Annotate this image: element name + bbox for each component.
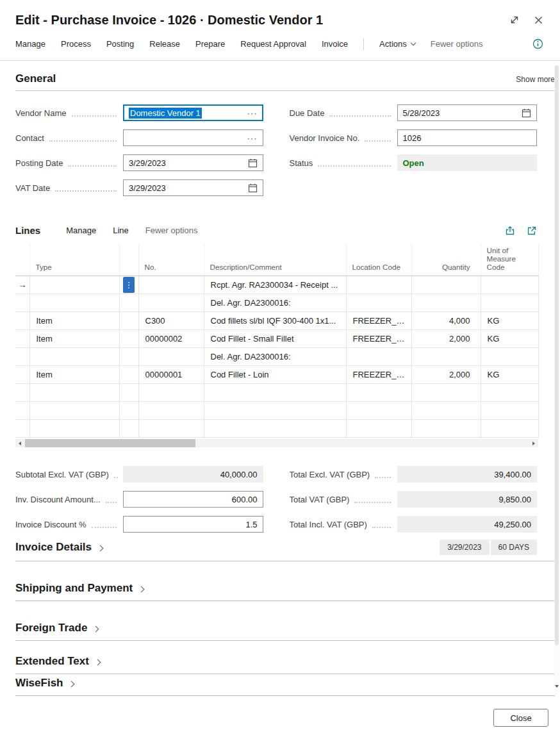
- cell-description[interactable]: Cod Fillet - Loin: [204, 366, 346, 384]
- cell-quantity[interactable]: 2,000: [411, 330, 481, 348]
- cell-type[interactable]: [29, 294, 119, 312]
- cell-no[interactable]: [138, 348, 204, 366]
- menu-actions[interactable]: Actions: [379, 39, 415, 49]
- fasttab-shipping-and-payment[interactable]: Shipping and Payment: [15, 582, 555, 601]
- cell-quantity[interactable]: [411, 276, 481, 294]
- row-selector-cell[interactable]: [15, 312, 29, 330]
- calendar-icon[interactable]: [248, 158, 258, 168]
- cell-no[interactable]: [138, 402, 204, 420]
- cell-location[interactable]: FREEZER_01: [346, 330, 411, 348]
- horizontal-scrollbar[interactable]: [15, 439, 538, 447]
- cell-description[interactable]: Cod Fillet - Small Fillet: [204, 330, 346, 348]
- menu-process[interactable]: Process: [61, 39, 91, 49]
- row-selector-cell[interactable]: [15, 294, 29, 312]
- cell-quantity[interactable]: [411, 420, 481, 438]
- cell-location[interactable]: [346, 420, 411, 438]
- calendar-icon[interactable]: [522, 108, 531, 118]
- cell-no[interactable]: [138, 276, 204, 294]
- cell-type[interactable]: Item: [29, 312, 119, 330]
- col-description[interactable]: Description/Comment: [204, 244, 346, 276]
- general-heading[interactable]: General: [15, 72, 56, 85]
- cell-location[interactable]: [346, 348, 411, 366]
- cell-type[interactable]: [29, 276, 119, 294]
- lines-menu-manage[interactable]: Manage: [66, 226, 96, 235]
- cell-type[interactable]: [29, 402, 119, 420]
- row-selector-cell[interactable]: [15, 420, 29, 438]
- scroll-left-arrow[interactable]: [15, 439, 24, 447]
- cell-description[interactable]: [204, 420, 346, 438]
- vendor-name-input[interactable]: Domestic Vendor 1 ···: [123, 104, 263, 121]
- cell-description[interactable]: Cod fillets sl/bl IQF 300-400 1x1...: [204, 312, 346, 330]
- cell-description[interactable]: [204, 402, 346, 420]
- row-selector-cell[interactable]: [15, 330, 29, 348]
- hscroll-thumb[interactable]: [25, 439, 195, 447]
- cell-location[interactable]: [346, 276, 411, 294]
- vscroll-thumb[interactable]: [555, 65, 559, 645]
- contact-input[interactable]: ···: [123, 129, 263, 146]
- cell-no[interactable]: [138, 384, 204, 402]
- cell-location[interactable]: [346, 402, 411, 420]
- col-quantity[interactable]: Quantity: [411, 244, 481, 276]
- cell-quantity[interactable]: [411, 348, 481, 366]
- vat-date-input[interactable]: 3/29/2023: [123, 179, 263, 196]
- menu-manage[interactable]: Manage: [15, 39, 45, 49]
- lookup-ellipsis-icon[interactable]: ···: [247, 109, 258, 117]
- cell-no[interactable]: 00000002: [138, 330, 204, 348]
- cell-description[interactable]: Rcpt. Agr. RA2300034 - Receipt ...: [204, 276, 346, 294]
- scroll-down-arrow[interactable]: [555, 685, 559, 690]
- menu-release[interactable]: Release: [149, 39, 180, 49]
- lines-heading[interactable]: Lines: [15, 225, 40, 236]
- menu-fewer-options[interactable]: Fewer options: [431, 39, 483, 49]
- menu-invoice[interactable]: Invoice: [322, 39, 348, 49]
- calendar-icon[interactable]: [248, 183, 258, 193]
- cell-uom[interactable]: KG: [481, 330, 538, 348]
- cell-no[interactable]: [138, 294, 204, 312]
- row-selector-cell[interactable]: [15, 348, 29, 366]
- fasttab-extended-text[interactable]: Extended Text: [15, 655, 555, 674]
- fasttab-foreign-trade[interactable]: Foreign Trade: [15, 622, 555, 641]
- row-selector-cell[interactable]: →: [15, 276, 29, 294]
- cell-location[interactable]: FREEZER_01: [346, 366, 411, 384]
- col-type[interactable]: Type: [29, 244, 119, 276]
- menu-posting[interactable]: Posting: [106, 39, 134, 49]
- vertical-scrollbar[interactable]: [554, 64, 560, 692]
- cell-quantity[interactable]: 2,000: [411, 366, 481, 384]
- row-selector-cell[interactable]: [15, 402, 29, 420]
- col-uom[interactable]: Unit of Measure Code: [481, 244, 538, 276]
- cell-uom[interactable]: KG: [481, 312, 538, 330]
- cell-uom[interactable]: [481, 294, 538, 312]
- cell-uom[interactable]: KG: [481, 366, 538, 384]
- cell-uom[interactable]: [481, 348, 538, 366]
- cell-uom[interactable]: [481, 276, 538, 294]
- scroll-right-arrow[interactable]: [529, 439, 538, 447]
- vendor-invoice-no-input[interactable]: 1026: [397, 129, 538, 146]
- menu-request-approval[interactable]: Request Approval: [240, 39, 306, 49]
- lookup-ellipsis-icon[interactable]: ···: [247, 134, 258, 142]
- cell-type[interactable]: [29, 348, 119, 366]
- share-icon[interactable]: [505, 226, 515, 236]
- cell-type[interactable]: [29, 384, 119, 402]
- cell-description[interactable]: Del. Agr. DA2300016:: [204, 348, 346, 366]
- cell-quantity[interactable]: [411, 384, 481, 402]
- cell-quantity[interactable]: 4,000: [411, 312, 481, 330]
- col-no[interactable]: No.: [138, 244, 204, 276]
- menu-prepare[interactable]: Prepare: [195, 39, 225, 49]
- lines-menu-fewer-options[interactable]: Fewer options: [145, 226, 198, 235]
- cell-no[interactable]: C300: [138, 312, 204, 330]
- due-date-input[interactable]: 5/28/2023: [397, 104, 538, 121]
- invoice-discount-pct-input[interactable]: 1.5: [123, 516, 263, 533]
- cell-uom[interactable]: [481, 420, 538, 438]
- fasttab-invoice-details[interactable]: Invoice Details 3/29/2023 60 DAYS: [15, 540, 555, 561]
- row-selector-cell[interactable]: [15, 366, 29, 384]
- col-location[interactable]: Location Code: [346, 244, 411, 276]
- cell-location[interactable]: [346, 384, 411, 402]
- lines-menu-line[interactable]: Line: [113, 226, 129, 235]
- show-more-link[interactable]: Show more: [516, 75, 555, 84]
- posting-date-input[interactable]: 3/29/2023: [123, 154, 263, 171]
- popout-icon[interactable]: [527, 226, 537, 236]
- inv-discount-amount-input[interactable]: 600.00: [123, 491, 263, 508]
- fasttab-wisefish[interactable]: WiseFish: [15, 677, 555, 696]
- row-context-menu-button[interactable]: ⋮: [123, 277, 135, 293]
- close-window-icon[interactable]: [534, 15, 543, 25]
- cell-location[interactable]: FREEZER_01: [346, 312, 411, 330]
